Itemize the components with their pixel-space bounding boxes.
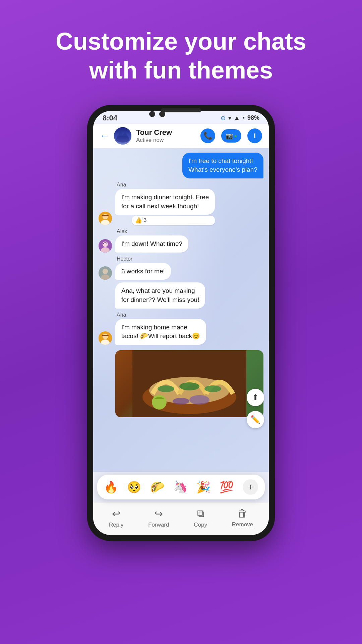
action-side-buttons: ⬆ ✏️ xyxy=(247,389,264,428)
svg-point-14 xyxy=(103,334,108,339)
sender-ana2: Ana xyxy=(117,312,206,318)
battery-icon: ▪ xyxy=(243,114,245,121)
video-call-button[interactable]: 📷 ● xyxy=(221,129,241,143)
status-bar: 8:04 ⊙ ▾ ▲ ▪ 98% xyxy=(93,111,269,124)
reaction-thumbs-up: 👍 3 xyxy=(132,216,215,225)
svg-point-8 xyxy=(103,241,108,247)
group-avatar xyxy=(114,127,131,145)
chat-header: ← xyxy=(93,124,269,148)
msg-row-hector1: 6 works for me! xyxy=(99,263,205,280)
reply-label: Reply xyxy=(109,522,123,528)
back-button[interactable]: ← xyxy=(100,130,109,141)
food-image xyxy=(115,350,263,417)
phone-screen: 8:04 ⊙ ▾ ▲ ▪ 98% ← xyxy=(93,111,269,535)
reaction-count: 3 xyxy=(143,217,146,224)
bubble-other-hector1: 6 works for me! xyxy=(115,263,171,280)
emoji-party[interactable]: 🎉 xyxy=(196,480,210,494)
forward-button[interactable]: ↪ Forward xyxy=(148,508,169,528)
phone-mockup: 8:04 ⊙ ▾ ▲ ▪ 98% ← xyxy=(87,105,275,541)
bubble-mine: I'm free to chat tonight!What's everyone… xyxy=(182,153,263,178)
message-alex: Alex I'm down! W xyxy=(99,228,188,253)
svg-point-25 xyxy=(173,398,189,405)
emoji-taco[interactable]: 🌮 xyxy=(150,480,164,494)
copy-label: Copy xyxy=(194,522,207,528)
reply-button[interactable]: ↩ Reply xyxy=(109,508,123,528)
video-dot: ● xyxy=(234,133,237,139)
message-ana: Ana xyxy=(99,182,215,225)
emoji-100[interactable]: 💯 xyxy=(220,480,234,494)
avatar-hector xyxy=(99,266,112,280)
edit-icon: ✏️ xyxy=(250,415,260,424)
message-mine: I'm free to chat tonight!What's everyone… xyxy=(182,153,263,178)
msg-row-hector2: Ana, what are you makingfor dinner?? We'… xyxy=(115,282,205,308)
svg-point-11 xyxy=(103,269,108,274)
avatar-ana xyxy=(99,212,112,225)
message-ana2: Ana xyxy=(99,312,206,345)
msg-row-alex: I'm down! What time? xyxy=(99,235,188,253)
emoji-pleading[interactable]: 🥺 xyxy=(127,480,141,494)
emoji-more-button[interactable]: + xyxy=(243,479,258,495)
headline: Customize your chats with fun themes xyxy=(36,27,326,85)
phone-frame: 8:04 ⊙ ▾ ▲ ▪ 98% ← xyxy=(87,105,275,541)
remove-label: Remove xyxy=(232,521,253,528)
battery-percent: 98% xyxy=(247,114,259,121)
phone-speaker xyxy=(161,108,201,112)
bubble-other-ana1: I'm making dinner tonight. Freefor a cal… xyxy=(115,189,215,215)
svg-rect-6 xyxy=(102,215,109,216)
wifi-icon: ▾ xyxy=(228,114,231,122)
remove-icon: 🗑 xyxy=(237,508,247,519)
bubble-other-ana2: I'm making home madetacos! 🌮Will report … xyxy=(115,319,206,345)
sender-hector: Hector xyxy=(117,256,205,262)
video-icon: 📷 xyxy=(226,132,233,140)
call-button[interactable]: 📞 xyxy=(200,128,215,143)
avatar-ana2 xyxy=(99,331,112,345)
chat-info: Tour Crew Active now xyxy=(136,128,196,144)
forward-icon: ↪ xyxy=(155,508,163,520)
chat-body: I'm free to chat tonight!What's everyone… xyxy=(93,148,269,472)
food-image-container xyxy=(115,350,263,417)
share-button[interactable]: ⬆ xyxy=(247,389,264,406)
reaction-emoji: 👍 xyxy=(135,217,142,224)
svg-point-21 xyxy=(179,382,199,390)
copy-button[interactable]: ⧉ Copy xyxy=(194,508,207,528)
bottom-action-bar: ↩ Reply ↪ Forward ⧉ Copy 🗑 Remove xyxy=(93,502,269,535)
sender-ana: Ana xyxy=(117,182,215,188)
phone-icon: 📞 xyxy=(203,131,213,140)
forward-label: Forward xyxy=(148,522,169,528)
info-icon: i xyxy=(254,131,256,140)
chat-name: Tour Crew xyxy=(136,128,196,137)
bubble-other-hector2: Ana, what are you makingfor dinner?? We'… xyxy=(115,282,205,308)
food-placeholder xyxy=(115,350,263,417)
avatar-alex xyxy=(99,239,112,253)
emoji-reaction-bar: 🔥 🥺 🌮 🦄 🎉 💯 + xyxy=(97,475,265,499)
share-icon: ⬆ xyxy=(252,393,259,402)
info-button[interactable]: i xyxy=(247,128,262,143)
headline-line1: Customize your chats xyxy=(56,28,306,55)
message-hector: Hector xyxy=(99,256,205,309)
camera-right xyxy=(159,111,165,117)
messenger-status-icon: ⊙ xyxy=(221,114,226,122)
camera-left xyxy=(149,111,155,117)
copy-icon: ⧉ xyxy=(197,508,204,520)
messages-container: I'm free to chat tonight!What's everyone… xyxy=(93,148,269,422)
status-icons: ⊙ ▾ ▲ ▪ 98% xyxy=(221,114,259,122)
signal-icon: ▲ xyxy=(234,114,240,121)
headline-line2: with fun themes xyxy=(89,57,273,84)
svg-point-4 xyxy=(103,214,108,219)
chat-status: Active now xyxy=(136,137,196,144)
bubble-other-alex: I'm down! What time? xyxy=(115,235,188,253)
header-actions: 📞 📷 ● i xyxy=(200,128,262,143)
emoji-unicorn[interactable]: 🦄 xyxy=(173,480,187,494)
svg-point-22 xyxy=(204,385,221,392)
emoji-fire[interactable]: 🔥 xyxy=(104,480,118,494)
edit-button[interactable]: ✏️ xyxy=(247,411,264,428)
reply-icon: ↩ xyxy=(112,508,120,520)
svg-rect-16 xyxy=(102,335,109,336)
sender-alex: Alex xyxy=(117,228,188,234)
plus-icon: + xyxy=(248,482,253,492)
msg-row-ana: I'm making dinner tonight. Freefor a cal… xyxy=(99,189,215,225)
remove-button[interactable]: 🗑 Remove xyxy=(232,508,253,528)
status-time: 8:04 xyxy=(103,114,117,122)
svg-point-24 xyxy=(189,395,209,405)
msg-row-ana2: I'm making home madetacos! 🌮Will report … xyxy=(99,319,206,345)
